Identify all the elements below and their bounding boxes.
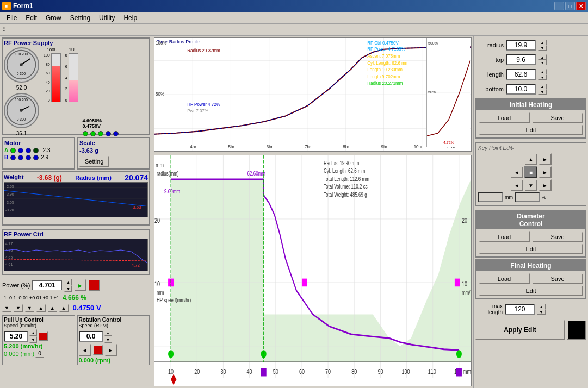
menu-setting[interactable]: Setting — [66, 13, 95, 23]
pull-spin-down[interactable]: ▼ — [29, 336, 37, 343]
arrow-down-btn[interactable]: ▼ — [524, 179, 537, 191]
adj-down-btn3[interactable]: ▼ — [25, 304, 34, 312]
length-spin-up[interactable]: ▲ — [538, 69, 547, 74]
adj-label-neg001: -0.01 — [17, 295, 29, 301]
maximize-button[interactable]: □ — [565, 2, 575, 10]
zero-button[interactable]: 0 — [35, 349, 44, 358]
arrow-up-btn[interactable]: ▲ — [524, 153, 537, 165]
initial-load-btn[interactable]: Load — [479, 112, 530, 123]
stop-button[interactable]: ■ — [88, 279, 100, 291]
adj-down-btn2[interactable]: ▼ — [14, 304, 23, 312]
svg-text:8hr: 8hr — [343, 145, 349, 149]
arrow-right-btn[interactable]: ► — [539, 166, 552, 178]
pull-up-speed-input[interactable] — [4, 331, 28, 342]
power-spin-up[interactable]: ▲ — [64, 279, 72, 285]
svg-text:40: 40 — [247, 367, 252, 375]
rot-left-btn[interactable]: ◄ — [79, 344, 91, 356]
power-spin-down[interactable]: ▼ — [64, 285, 72, 292]
diameter-edit-btn[interactable]: Edit — [479, 243, 583, 254]
radius-spin-up[interactable]: ▲ — [538, 40, 547, 45]
pull-stop-btn[interactable]: ■ — [38, 331, 48, 341]
rot-spin-down[interactable]: ▼ — [104, 336, 112, 343]
bottom-input[interactable] — [506, 84, 536, 95]
diameter-load-btn[interactable]: Load — [479, 231, 530, 242]
play-button[interactable]: ▶ — [74, 279, 86, 291]
svg-text:100 200: 100 200 — [15, 52, 28, 56]
top-spin-down[interactable]: ▼ — [538, 60, 547, 65]
svg-rect-89 — [455, 279, 460, 287]
adj-label-pos001: +0.01 — [29, 295, 42, 301]
center-panel: 100% 50% 4hr 5hr 6hr 7hr 8hr 9hr 10hr 11… — [152, 36, 474, 388]
svg-point-86 — [456, 350, 462, 358]
initial-edit-btn[interactable]: Edit — [479, 124, 583, 135]
rotation-title: Rotation Control — [79, 317, 148, 323]
menu-bar: File Edit Grow Setting Utility Help — [0, 12, 588, 24]
adj-up-btn1[interactable]: ▲ — [36, 304, 46, 312]
mm-input[interactable] — [478, 192, 503, 202]
svg-text:20: 20 — [154, 217, 160, 224]
svg-text:Total Length: 112.6 mm: Total Length: 112.6 mm — [324, 175, 369, 182]
max-length-spin-up[interactable]: ▲ — [537, 304, 546, 309]
arrow-left-down-btn[interactable]: ◄ — [510, 179, 523, 191]
length-label: length — [476, 71, 504, 78]
bottom-spin-down[interactable]: ▼ — [538, 89, 547, 95]
power-input[interactable] — [32, 280, 62, 290]
minimize-button[interactable]: _ — [554, 2, 564, 10]
arrow-right-down-btn[interactable]: ► — [539, 179, 552, 191]
final-save-btn[interactable]: Save — [532, 273, 583, 284]
bottom-controls: Pull Up Control Speed (mm/hr) ▲ ▼ ■ 5.20… — [0, 314, 152, 366]
bottom-spin-up[interactable]: ▲ — [538, 84, 547, 89]
radius-input[interactable] — [506, 40, 536, 51]
rot-right-btn[interactable]: ► — [105, 344, 117, 356]
menu-utility[interactable]: Utility — [95, 13, 119, 23]
apply-edit-btn[interactable]: Apply Edit — [475, 320, 565, 340]
gauge1-value: 52.0 — [4, 85, 39, 91]
top-spin-up[interactable]: ▲ — [538, 54, 547, 60]
arrow-center-btn[interactable]: ■ — [524, 166, 537, 178]
pull-up-box: Pull Up Control Speed (mm/hr) ▲ ▼ ■ 5.20… — [2, 315, 75, 365]
rotation-speed-input[interactable] — [79, 331, 103, 342]
menu-help[interactable]: Help — [119, 13, 141, 23]
final-load-btn[interactable]: Load — [479, 273, 530, 284]
pull-spin-up[interactable]: ▲ — [29, 329, 37, 336]
svg-text:mm/hr: mm/hr — [462, 289, 471, 296]
length-spin-down[interactable]: ▼ — [538, 74, 547, 80]
adj-up-btn3[interactable]: ▲ — [59, 304, 69, 312]
rot-stop-btn[interactable]: ■ — [93, 345, 103, 355]
max-length-input[interactable] — [505, 304, 535, 315]
max-length-row: maxlength ▲ ▼ — [475, 303, 586, 315]
rot-spin-up[interactable]: ▲ — [104, 329, 112, 336]
diameter-save-btn[interactable]: Save — [532, 231, 583, 242]
freq-value: 4.6080% — [83, 118, 119, 123]
menu-edit[interactable]: Edit — [21, 13, 41, 23]
length-input[interactable] — [506, 69, 536, 80]
menu-grow[interactable]: Grow — [41, 13, 66, 23]
svg-text:mm: mm — [156, 161, 164, 168]
close-button[interactable]: ✕ — [576, 2, 586, 10]
arrow-right-up-btn[interactable]: ► — [539, 153, 552, 165]
pull-up-speed-label: Speed (mm/hr) — [4, 323, 73, 328]
bar-meter-2: 1U 86420 — [65, 47, 78, 136]
max-length-spin-down[interactable]: ▼ — [537, 309, 546, 315]
svg-text:10: 10 — [168, 367, 174, 375]
adj-label-pos01: +0.1 — [43, 295, 53, 301]
svg-text:Pwr 7.07%: Pwr 7.07% — [187, 109, 208, 114]
top-input[interactable] — [506, 54, 536, 65]
svg-text:-3.63: -3.63 — [132, 205, 141, 210]
pct-input[interactable] — [515, 192, 540, 202]
weight-radius-value: 20.074 — [125, 173, 148, 182]
black-square-btn[interactable] — [567, 320, 586, 340]
radius-spin-down[interactable]: ▼ — [538, 45, 547, 51]
adj-label-neg01: -0.1 — [8, 295, 16, 301]
initial-save-btn[interactable]: Save — [532, 112, 583, 123]
final-edit-btn[interactable]: Edit — [479, 285, 583, 296]
adj-down-btn[interactable]: ▼ — [2, 304, 11, 312]
adj-up-btn2[interactable]: ▲ — [48, 304, 57, 312]
motor-b-label: B — [4, 154, 8, 160]
menu-file[interactable]: File — [2, 13, 21, 23]
motor-b-dot1 — [10, 155, 16, 160]
final-heating-section: Final Heating Load Save Edit — [475, 259, 586, 299]
top-chart: 100% 50% 4hr 5hr 6hr 7hr 8hr 9hr 10hr 11… — [154, 37, 472, 152]
setting-button[interactable]: Setting — [79, 156, 109, 167]
arrow-left-btn[interactable]: ◄ — [510, 166, 523, 178]
